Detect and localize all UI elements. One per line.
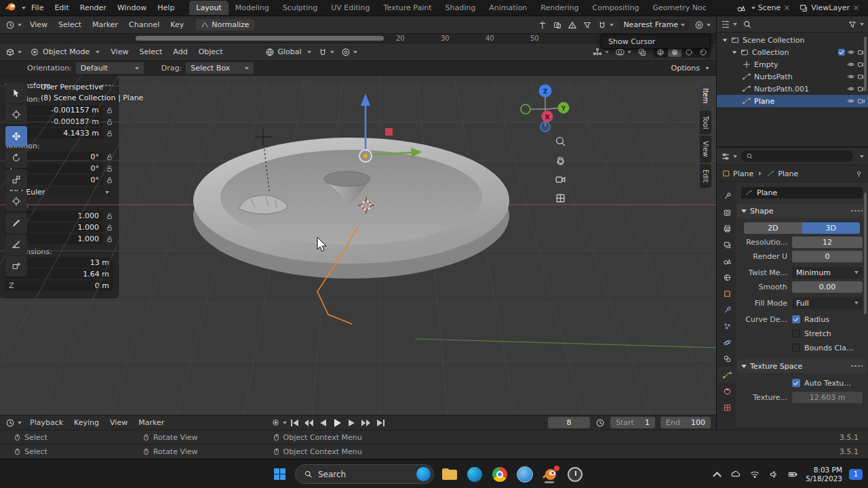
tab-scene[interactable] xyxy=(718,253,736,269)
zoom-button[interactable] xyxy=(555,136,566,149)
frame-start-field[interactable]: Start1 xyxy=(610,417,655,428)
show-cursor-menu-item[interactable]: Show Cursor xyxy=(601,34,711,49)
menu-help[interactable]: Help xyxy=(152,3,180,12)
breadcrumb-object[interactable]: Plane xyxy=(733,169,753,178)
outliner-scrollbar[interactable] xyxy=(864,37,867,91)
jump-end-button[interactable] xyxy=(374,418,387,428)
start-button[interactable] xyxy=(270,465,289,484)
properties-search-input[interactable] xyxy=(741,150,853,162)
eye-icon[interactable] xyxy=(847,60,855,68)
bing-icon[interactable] xyxy=(416,467,431,481)
ds-menu-select[interactable]: Select xyxy=(53,20,87,29)
clock-widget[interactable]: 8:03 PM 5/18/2023 xyxy=(806,466,842,483)
next-frame-button[interactable] xyxy=(345,418,358,428)
tab-object[interactable] xyxy=(718,285,736,302)
workspace-tab-sculpting[interactable]: Sculpting xyxy=(276,1,324,15)
render-u-field[interactable]: 0 xyxy=(792,251,863,262)
battery-icon[interactable] xyxy=(787,468,799,481)
twist-method-select[interactable]: Minimum xyxy=(792,267,863,279)
eye-icon[interactable] xyxy=(847,48,855,56)
tab-object-data[interactable] xyxy=(718,367,736,383)
properties-scrollbar[interactable] xyxy=(864,192,867,314)
warning-icon[interactable] xyxy=(568,20,577,30)
tab-view-layer[interactable] xyxy=(718,237,736,253)
collection-checkbox[interactable] xyxy=(838,49,845,56)
proportional-edit-button[interactable] xyxy=(694,20,711,30)
current-frame-field[interactable]: 8 xyxy=(548,417,590,428)
filter-icon[interactable] xyxy=(583,20,592,30)
resolution-field[interactable]: 12 xyxy=(792,237,863,248)
dope-sheet-editor-type-button[interactable] xyxy=(0,20,24,30)
onedrive-icon[interactable] xyxy=(730,468,742,481)
tab-material[interactable] xyxy=(718,383,736,399)
n-tab-edit[interactable]: Edit xyxy=(700,164,711,188)
tool-transform-button[interactable] xyxy=(5,191,27,211)
tab-texture[interactable] xyxy=(718,399,736,415)
auto-texture-space-checkbox[interactable] xyxy=(792,379,800,387)
timeline-editor-type-button[interactable] xyxy=(0,418,24,428)
fill-mode-select[interactable]: Full xyxy=(792,298,863,309)
ds-menu-view[interactable]: View xyxy=(24,20,53,29)
outliner-row-empty[interactable]: Empty xyxy=(717,58,868,70)
tool-cursor-button[interactable] xyxy=(5,104,27,125)
clock-app-icon[interactable] xyxy=(566,465,585,484)
camera-visibility-icon[interactable] xyxy=(857,97,865,105)
tool-add-primitive-button[interactable] xyxy=(5,256,27,277)
scene-unlink-icon[interactable] xyxy=(783,4,791,12)
datablock-name-field[interactable]: Plane xyxy=(741,187,863,199)
next-keyframe-button[interactable] xyxy=(359,418,372,428)
drag-select-box-select[interactable]: Select Box xyxy=(186,62,254,74)
view-layer-selector[interactable]: ViewLayer xyxy=(795,3,864,13)
orientation-default-select[interactable]: Default xyxy=(76,62,144,74)
n-tab-tool[interactable]: Tool xyxy=(700,110,711,134)
vp-menu-object[interactable]: Object xyxy=(193,47,229,56)
texture-space-panel-header[interactable]: Texture Space xyxy=(737,359,867,373)
menu-edit[interactable]: Edit xyxy=(49,3,74,12)
notification-badge[interactable]: 1 xyxy=(849,469,863,480)
transform-orientation-select[interactable]: Global xyxy=(265,47,311,57)
eye-icon[interactable] xyxy=(847,85,855,93)
properties-editor-type-button[interactable] xyxy=(721,152,737,161)
workspace-tab-uv-editing[interactable]: UV Editing xyxy=(324,1,376,15)
workspace-tab-shading[interactable]: Shading xyxy=(439,1,483,15)
volume-icon[interactable] xyxy=(768,468,780,481)
tl-menu-playback[interactable]: Playback xyxy=(24,418,68,427)
ds-menu-marker[interactable]: Marker xyxy=(87,20,123,29)
wifi-icon[interactable] xyxy=(749,468,761,481)
horizontal-scrollbar[interactable] xyxy=(136,36,384,41)
scene-selector[interactable]: Scene xyxy=(732,3,795,13)
play-reverse-button[interactable] xyxy=(317,418,330,428)
viewport-proportional-button[interactable] xyxy=(341,47,357,57)
workspace-tab-compositing[interactable]: Compositing xyxy=(586,1,646,15)
tab-particles[interactable] xyxy=(718,318,736,334)
menu-render[interactable]: Render xyxy=(75,3,112,12)
texture-location-field[interactable]: 12.603 m xyxy=(792,392,863,403)
tab-render[interactable] xyxy=(718,204,736,220)
playhead-snap-icon[interactable] xyxy=(538,20,547,30)
tool-scale-button[interactable] xyxy=(5,169,27,190)
gizmo-z-negative[interactable] xyxy=(540,122,550,131)
workspace-tab-layout[interactable]: Layout xyxy=(189,1,228,15)
ghost-frames-icon[interactable] xyxy=(553,20,562,30)
scene-browse-chevron-icon[interactable] xyxy=(751,7,755,9)
vp-menu-select[interactable]: Select xyxy=(134,47,167,56)
edge-icon[interactable] xyxy=(465,465,484,484)
outliner-row-nurbspath-001[interactable]: NurbsPath.001 xyxy=(717,83,868,95)
workspace-tab-texture-paint[interactable]: Texture Paint xyxy=(377,1,439,15)
blender-logo-icon[interactable] xyxy=(5,2,16,14)
tab-output[interactable] xyxy=(718,220,736,237)
auto-key-button[interactable] xyxy=(271,418,287,427)
outliner-filter-button[interactable] xyxy=(848,20,864,29)
shape-2d-toggle[interactable]: 2D xyxy=(744,222,802,234)
properties-filter-chevron-icon[interactable] xyxy=(860,155,864,158)
mode-selector[interactable]: Object Mode xyxy=(24,47,105,57)
shape-3d-toggle[interactable]: 3D xyxy=(802,222,861,234)
tab-world[interactable] xyxy=(718,269,736,285)
vp-menu-add[interactable]: Add xyxy=(167,47,193,56)
workspace-tab-rendering[interactable]: Rendering xyxy=(534,1,585,15)
outliner-search-icon[interactable] xyxy=(743,20,752,29)
outliner-editor-type-button[interactable] xyxy=(721,20,737,29)
stretch-checkbox[interactable] xyxy=(792,329,800,338)
tool-annotate-button[interactable] xyxy=(5,213,27,233)
viewport-editor-type-button[interactable] xyxy=(0,47,24,57)
